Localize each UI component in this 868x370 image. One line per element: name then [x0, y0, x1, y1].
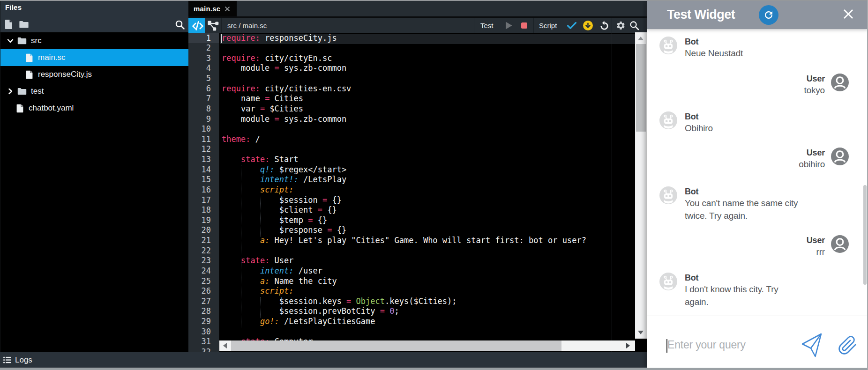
chat-scrollbar-thumb[interactable]	[863, 185, 867, 285]
chat-message-bot: BotObihiro	[647, 111, 868, 135]
vertical-scroll-thumb[interactable]	[636, 44, 646, 132]
user-avatar	[831, 148, 849, 165]
message-text: twice. Try again.	[685, 210, 798, 222]
scroll-up-arrow[interactable]	[638, 37, 644, 40]
line-number: 17	[188, 195, 219, 206]
new-folder-icon[interactable]	[19, 19, 29, 30]
message-text: tokyo	[804, 84, 825, 97]
line-number: 19	[188, 215, 219, 226]
chat-message-user: Userobihiro	[647, 148, 868, 171]
code-line: theme: /	[222, 134, 586, 145]
code-line: intent: /user	[222, 266, 586, 276]
deploy-download-icon[interactable]	[583, 21, 593, 30]
code-viewport[interactable]: require: responseCity.js require: city/c…	[188, 33, 647, 352]
attach-file-icon[interactable]	[838, 333, 858, 358]
settings-gear-icon[interactable]	[616, 21, 626, 30]
message-sender: Bot	[685, 186, 798, 197]
new-file-icon[interactable]	[4, 19, 14, 30]
widget-refresh-button[interactable]	[759, 5, 778, 25]
message-sender: Bot	[685, 111, 713, 122]
code-line: $session.prevBotCity = 0;	[222, 306, 586, 317]
line-number: 29	[188, 317, 219, 327]
line-number: 24	[188, 266, 219, 276]
toolbar-divider	[533, 18, 534, 33]
line-number: 28	[188, 306, 219, 317]
visual-editor-button[interactable]	[205, 18, 221, 33]
bot-avatar	[659, 37, 677, 54]
code-line: script:	[222, 185, 586, 195]
test-widget-panel: Test Widget BotNeue NeustadtUsertokyoBot…	[647, 1, 868, 368]
tree-item-responsecity-js[interactable]: responseCity.js	[0, 66, 189, 83]
stop-icon[interactable]	[521, 22, 527, 29]
code-line: require: city/cityEn.sc	[222, 53, 586, 64]
scroll-right-arrow[interactable]	[626, 343, 630, 348]
line-number: 26	[188, 286, 219, 296]
line-number: 30	[188, 327, 219, 337]
file-tree: srcmain.scresponseCity.jstestchatbot.yam…	[0, 32, 189, 352]
line-number: 2	[188, 43, 219, 53]
toolbar-divider	[612, 18, 612, 33]
code-line: go!: /LetsPlayCitiesGame	[222, 317, 586, 327]
chat-message-user: Usertokyo	[647, 74, 868, 97]
chat-input-area: Enter your query	[647, 316, 868, 368]
line-number: 16	[188, 185, 219, 195]
message-text: rrr	[807, 246, 825, 259]
code-line	[222, 327, 586, 337]
logs-label: Logs	[15, 355, 32, 365]
code-line: module = sys.zb-common	[222, 114, 586, 125]
window-top-edge	[0, 0, 868, 1]
line-number: 3	[188, 53, 219, 64]
script-label: Script	[539, 18, 557, 33]
message-text: again.	[685, 296, 778, 309]
widget-close-icon[interactable]	[843, 9, 853, 19]
chat-message-user: Userrrr	[647, 235, 868, 259]
line-number: 27	[188, 296, 219, 307]
code-line: $temp = {}	[222, 215, 586, 226]
tree-item-src[interactable]: src	[0, 32, 189, 49]
files-panel-header: Files	[0, 1, 189, 32]
scroll-left-arrow[interactable]	[223, 343, 227, 348]
undo-history-icon[interactable]	[599, 20, 610, 31]
tree-item-main-sc[interactable]: main.sc	[0, 49, 189, 66]
message-text: Neue Neustadt	[685, 47, 743, 60]
message-sender: Bot	[685, 273, 778, 283]
horizontal-scroll-thumb[interactable]	[231, 340, 561, 351]
tab-main-sc[interactable]: main.sc	[188, 1, 237, 16]
editor-vertical-scrollbar[interactable]	[635, 32, 647, 339]
line-number: 6	[188, 84, 219, 94]
tree-item-test[interactable]: test	[0, 83, 189, 100]
user-avatar	[831, 235, 849, 253]
line-number: 4	[188, 63, 219, 74]
validate-check-icon[interactable]	[567, 22, 576, 29]
message-sender: User	[804, 74, 825, 84]
line-number: 18	[188, 205, 219, 215]
tree-item-label: test	[31, 87, 44, 96]
tab-close-icon[interactable]	[224, 6, 230, 12]
line-number: 23	[188, 256, 219, 266]
editor-search-icon[interactable]	[629, 21, 639, 30]
chat-input-field[interactable]: Enter your query	[667, 339, 746, 351]
tree-item-chatbot-yaml[interactable]: chatbot.yaml	[0, 100, 189, 117]
code-line	[222, 74, 586, 84]
line-number-gutter: 1234567891011121314151617181920212223242…	[188, 33, 219, 352]
line-number: 31	[188, 337, 219, 347]
code-view-button[interactable]	[188, 18, 205, 33]
toolbar-divider	[221, 18, 222, 33]
chat-message-list: BotNeue NeustadtUsertokyoBotObihiroUsero…	[647, 29, 868, 316]
sidebar-search-icon[interactable]	[175, 20, 185, 30]
run-test-icon[interactable]	[505, 22, 512, 30]
logs-bar[interactable]: Logs	[0, 352, 647, 368]
line-number: 10	[188, 124, 219, 134]
message-text: You can't name the same city	[685, 197, 798, 210]
send-message-icon[interactable]	[801, 333, 822, 358]
message-sender: User	[799, 148, 825, 158]
editor-horizontal-scrollbar[interactable]	[219, 340, 635, 351]
scrollbar-corner	[635, 339, 647, 353]
code-line	[222, 144, 586, 155]
line-number: 21	[188, 236, 219, 246]
test-label: Test	[480, 18, 494, 33]
ide-window: Files srcmain.scresponseCity.jstestchatb…	[0, 0, 868, 370]
line-number: 13	[188, 155, 219, 165]
code-line: a: Name the city	[222, 276, 586, 287]
scroll-down-arrow[interactable]	[638, 331, 644, 334]
